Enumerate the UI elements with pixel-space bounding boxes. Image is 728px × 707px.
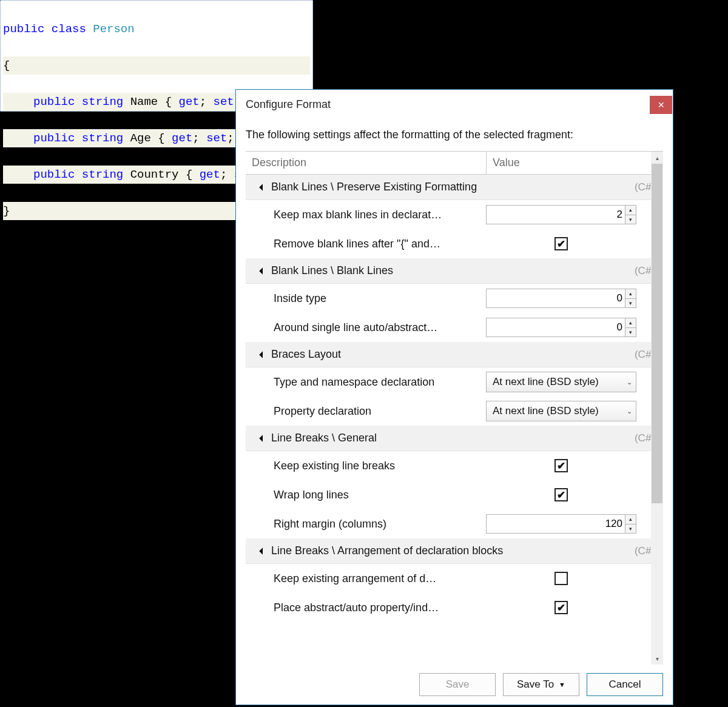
scroll-down-button[interactable]: ▾ [651,652,663,665]
scroll-track[interactable] [651,164,663,652]
setting-label: Inside type [274,292,486,305]
setting-label: Property declaration [274,405,486,418]
property-name: Name [130,95,158,109]
setting-control: At next line (BSD style)⌄ [486,372,661,392]
setting-row: Keep max blank lines in declarat…▴▾ [246,200,663,229]
setting-row: Property declarationAt next line (BSD st… [246,397,663,426]
keyword-public: public [3,22,44,36]
setting-label: Keep existing line breaks [274,460,486,472]
setting-label: Type and namespace declaration [274,376,486,389]
setting-row: Place abstract/auto property/ind… [246,593,663,622]
scroll-up-button[interactable]: ▴ [651,152,663,164]
brace-close: } [3,204,10,218]
save-button[interactable]: Save [419,673,496,696]
checkbox[interactable] [554,488,568,501]
property-name: Age [130,132,151,145]
number-input[interactable]: ▴▾ [486,318,636,337]
checkbox[interactable] [554,601,568,614]
number-field[interactable] [487,289,625,307]
collapse-triangle-icon [259,351,266,358]
setting-row: Keep existing arrangement of d… [246,564,663,593]
select-arrow-icon: ⌄ [627,378,632,386]
setting-control: ▴▾ [486,514,661,534]
group-title: Blank Lines \ Preserve Existing Formatti… [271,181,477,193]
keyword-class: class [52,22,86,36]
spin-down-icon[interactable]: ▾ [625,328,636,337]
grid-header: Description Value [246,152,663,175]
number-field[interactable] [487,318,625,337]
spin-down-icon[interactable]: ▾ [625,299,636,308]
property-name: Country [130,168,179,181]
configure-format-dialog: Configure Format ✕ The following setting… [235,89,673,705]
settings-grid: Description Value Blank Lines \ Preserve… [246,151,663,665]
dialog-intro: The following settings affect the format… [236,119,673,147]
setting-control [486,601,661,614]
collapse-triangle-icon [259,435,266,441]
collapse-triangle-icon [259,184,266,190]
setting-row: Type and namespace declarationAt next li… [246,367,663,397]
setting-label: Keep max blank lines in declarat… [274,209,486,221]
column-description[interactable]: Description [246,152,486,174]
spin-up-icon[interactable]: ▴ [625,318,636,328]
spin-down-icon[interactable]: ▾ [625,524,636,534]
spin-up-icon[interactable]: ▴ [625,515,636,524]
setting-control [486,572,661,585]
collapse-triangle-icon [259,548,266,554]
select-value: At next line (BSD style) [493,405,624,417]
setting-label: Right margin (columns) [274,518,486,531]
save-to-button[interactable]: Save To ▼ [503,673,579,696]
setting-row: Right margin (columns)▴▾ [246,509,663,538]
setting-label: Place abstract/auto property/ind… [274,601,486,614]
number-input[interactable]: ▴▾ [486,289,636,308]
setting-control: ▴▾ [486,318,661,337]
setting-control: ▴▾ [486,205,661,224]
collapse-triangle-icon [259,267,266,274]
setting-row: Remove blank lines after "{" and… [246,229,663,258]
scroll-thumb[interactable] [652,164,662,503]
group-header[interactable]: Line Breaks \ Arrangement of declaration… [246,538,663,564]
number-field[interactable] [487,515,625,533]
group-header[interactable]: Blank Lines \ Blank Lines(C#) [246,258,663,284]
select-value: At next line (BSD style) [493,376,624,388]
group-header[interactable]: Line Breaks \ General(C#) [246,426,663,451]
dialog-titlebar: Configure Format ✕ [236,90,673,119]
group-header[interactable]: Braces Layout(C#) [246,342,663,367]
setting-row: Wrap long lines [246,480,663,509]
group-title: Blank Lines \ Blank Lines [271,264,393,277]
setting-control [486,237,661,250]
column-value[interactable]: Value [486,152,663,174]
close-button[interactable]: ✕ [650,96,672,114]
setting-row: Keep existing line breaks [246,451,663,480]
checkbox[interactable] [554,572,568,585]
number-input[interactable]: ▴▾ [486,514,636,534]
select-input[interactable]: At next line (BSD style)⌄ [486,372,636,392]
group-header[interactable]: Blank Lines \ Preserve Existing Formatti… [246,175,663,200]
setting-row: Inside type▴▾ [246,284,663,313]
setting-label: Remove blank lines after "{" and… [274,238,486,250]
scrollbar[interactable]: ▴ ▾ [651,152,663,665]
close-icon: ✕ [658,100,665,110]
checkbox[interactable] [554,237,568,250]
setting-label: Wrap long lines [274,489,486,501]
number-field[interactable] [487,206,625,224]
checkbox[interactable] [554,459,568,472]
setting-row: Around single line auto/abstract…▴▾ [246,313,663,342]
brace-open: { [3,59,10,72]
spin-up-icon[interactable]: ▴ [625,206,636,215]
setting-label: Keep existing arrangement of d… [274,572,486,585]
group-title: Braces Layout [271,348,341,361]
type-name: Person [93,22,134,36]
spin-down-icon[interactable]: ▾ [625,215,636,224]
select-input[interactable]: At next line (BSD style)⌄ [486,401,636,421]
dialog-button-bar: Save Save To ▼ Cancel [236,665,673,705]
number-input[interactable]: ▴▾ [486,205,636,224]
setting-control: ▴▾ [486,289,661,308]
setting-control [486,488,661,501]
cancel-button[interactable]: Cancel [587,673,663,696]
spin-up-icon[interactable]: ▴ [625,289,636,299]
setting-control [486,459,661,472]
setting-control: At next line (BSD style)⌄ [486,401,661,421]
group-title: Line Breaks \ Arrangement of declaration… [271,544,503,557]
save-to-label: Save To [517,679,554,691]
dropdown-arrow-icon: ▼ [559,681,565,688]
